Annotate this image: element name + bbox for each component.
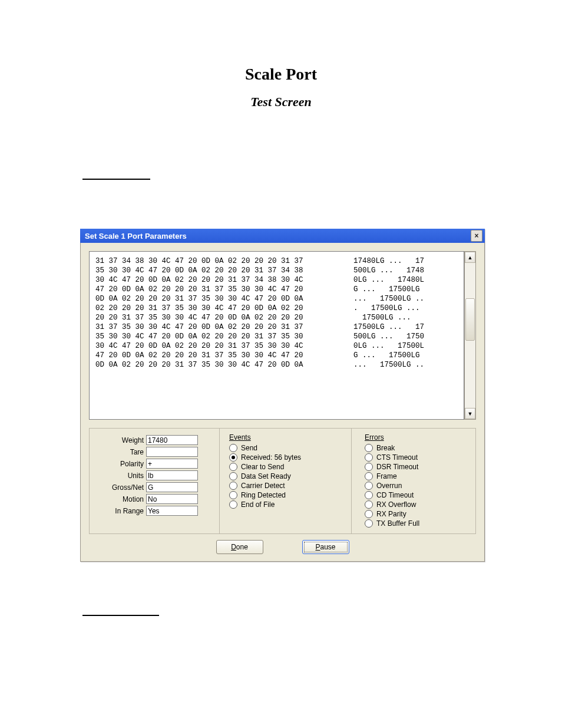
hex-dump-row: 31 37 34 38 30 4C 47 20 0D 0A 02 20 20 2…	[95, 256, 458, 266]
field-input[interactable]	[146, 494, 198, 504]
events-list: SendReceived: 56 bytesClear to SendData …	[229, 444, 348, 509]
ascii-text: 500LG ... 1750	[343, 332, 424, 341]
field-label: Weight	[93, 436, 144, 444]
radio-icon	[365, 519, 373, 528]
error-option[interactable]: RX Parity	[365, 510, 470, 518]
event-option-label: Send	[241, 444, 257, 452]
radio-icon	[229, 453, 237, 462]
hex-dump-row: 30 4C 47 20 0D 0A 02 20 20 20 31 37 34 3…	[95, 275, 458, 285]
error-option[interactable]: TX Buffer Full	[365, 519, 470, 528]
hex-dump-row: 0D 0A 02 20 20 20 31 37 35 30 30 4C 47 2…	[95, 294, 458, 304]
error-option[interactable]: CTS Timeout	[365, 453, 470, 462]
event-option[interactable]: Send	[229, 444, 348, 452]
hex-bytes: 47 20 0D 0A 02 20 20 20 31 37 35 30 30 4…	[95, 351, 343, 360]
ascii-text: 17480LG ... 17	[343, 256, 424, 266]
error-option[interactable]: Overrun	[365, 482, 470, 490]
pause-button[interactable]: Pause	[302, 540, 349, 554]
page-title: Scale Port	[0, 65, 562, 84]
divider	[82, 615, 159, 616]
radio-icon	[229, 463, 237, 471]
error-option-label: TX Buffer Full	[376, 519, 419, 528]
field-label: Tare	[93, 448, 144, 456]
chevron-down-icon: ▼	[468, 411, 473, 417]
events-panel: Events SendReceived: 56 bytesClear to Se…	[220, 428, 352, 534]
field-row: Units	[93, 470, 213, 480]
errors-header: Errors	[365, 433, 470, 442]
error-option-label: Break	[376, 444, 395, 452]
scroll-track[interactable]	[465, 263, 475, 408]
hex-bytes: 30 4C 47 20 0D 0A 02 20 20 20 31 37 35 3…	[95, 341, 343, 351]
error-option-label: Overrun	[376, 482, 402, 490]
ascii-text: 500LG ... 1748	[343, 266, 424, 275]
event-option-label: Data Set Ready	[241, 472, 291, 480]
field-input[interactable]	[146, 470, 198, 480]
field-row: Gross/Net	[93, 482, 213, 492]
ascii-text: 0LG ... 17480L	[343, 275, 424, 285]
hex-dump-row: 35 30 30 4C 47 20 0D 0A 02 20 20 20 31 3…	[95, 266, 458, 275]
field-row: In Range	[93, 506, 213, 516]
errors-list: BreakCTS TimeoutDSR TimeoutFrameOverrunC…	[365, 444, 470, 528]
error-option[interactable]: Frame	[365, 472, 470, 480]
ascii-text: ... 17500LG ..	[343, 294, 424, 304]
error-option[interactable]: DSR Timeout	[365, 463, 470, 471]
radio-icon	[229, 491, 237, 499]
error-option-label: Frame	[376, 472, 397, 480]
field-input[interactable]	[146, 506, 198, 516]
ascii-text: . 17500LG ...	[343, 304, 424, 313]
dialog-title: Set Scale 1 Port Parameters	[85, 232, 471, 241]
done-button[interactable]: Done	[216, 540, 263, 554]
hex-bytes: 02 20 20 20 31 37 35 30 30 4C 47 20 0D 0…	[95, 304, 343, 313]
radio-icon	[229, 500, 237, 509]
field-label: Polarity	[93, 460, 144, 468]
hex-dump-row: 35 30 30 4C 47 20 0D 0A 02 20 20 20 31 3…	[95, 332, 458, 341]
ascii-text: ... 17500LG ..	[343, 360, 424, 370]
hex-dump-row: 02 20 20 20 31 37 35 30 30 4C 47 20 0D 0…	[95, 304, 458, 313]
field-input[interactable]	[146, 447, 198, 457]
field-input[interactable]	[146, 435, 198, 445]
radio-icon	[365, 463, 373, 471]
hex-dump-row: 47 20 0D 0A 02 20 20 20 31 37 35 30 30 4…	[95, 285, 458, 294]
close-button[interactable]: ×	[471, 230, 482, 242]
errors-panel: Errors BreakCTS TimeoutDSR TimeoutFrameO…	[352, 428, 476, 534]
error-option-label: CD Timeout	[376, 491, 414, 499]
hex-dump-row: 20 20 31 37 35 30 30 4C 47 20 0D 0A 02 2…	[95, 313, 458, 322]
event-option[interactable]: End of File	[229, 500, 348, 509]
hex-dump-row: 31 37 35 30 30 4C 47 20 0D 0A 02 20 20 2…	[95, 322, 458, 332]
event-option[interactable]: Carrier Detect	[229, 482, 348, 490]
field-input[interactable]	[146, 482, 198, 492]
error-option[interactable]: Break	[365, 444, 470, 452]
hex-dump-row: 0D 0A 02 20 20 20 31 37 35 30 30 4C 47 2…	[95, 360, 458, 370]
scroll-thumb[interactable]	[465, 298, 475, 341]
error-option-label: RX Parity	[376, 510, 406, 518]
field-input[interactable]	[146, 459, 198, 469]
hex-bytes: 30 4C 47 20 0D 0A 02 20 20 20 31 37 34 3…	[95, 275, 343, 285]
hex-bytes: 20 20 31 37 35 30 30 4C 47 20 0D 0A 02 2…	[95, 313, 343, 322]
scrollbar[interactable]: ▲ ▼	[464, 251, 476, 420]
close-icon: ×	[474, 232, 478, 240]
field-row: Tare	[93, 447, 213, 457]
scroll-down-button[interactable]: ▼	[465, 408, 475, 419]
event-option[interactable]: Ring Detected	[229, 491, 348, 499]
event-option-label: Ring Detected	[241, 491, 286, 499]
error-option[interactable]: RX Overflow	[365, 500, 470, 509]
radio-icon	[365, 491, 373, 499]
event-option[interactable]: Received: 56 bytes	[229, 453, 348, 462]
document-page: Scale Port Test Screen Set Scale 1 Port …	[0, 0, 562, 728]
event-option[interactable]: Clear to Send	[229, 463, 348, 471]
event-option-label: Clear to Send	[241, 463, 284, 471]
hex-dump-area: 31 37 34 38 30 4C 47 20 0D 0A 02 20 20 2…	[89, 251, 476, 420]
radio-icon	[365, 482, 373, 490]
hex-bytes: 31 37 35 30 30 4C 47 20 0D 0A 02 20 20 2…	[95, 322, 343, 332]
event-option[interactable]: Data Set Ready	[229, 472, 348, 480]
hex-dump-text: 31 37 34 38 30 4C 47 20 0D 0A 02 20 20 2…	[89, 251, 464, 420]
event-option-label: Received: 56 bytes	[241, 453, 301, 462]
events-header: Events	[229, 433, 348, 442]
scroll-up-button[interactable]: ▲	[465, 252, 475, 263]
page-subtitle: Test Screen	[0, 94, 562, 110]
radio-icon	[229, 472, 237, 480]
error-option[interactable]: CD Timeout	[365, 491, 470, 499]
field-label: Units	[93, 472, 144, 480]
titlebar: Set Scale 1 Port Parameters ×	[80, 229, 485, 243]
dialog-set-scale-port-parameters: Set Scale 1 Port Parameters × 31 37 34 3…	[80, 229, 485, 562]
hex-bytes: 0D 0A 02 20 20 20 31 37 35 30 30 4C 47 2…	[95, 360, 343, 370]
